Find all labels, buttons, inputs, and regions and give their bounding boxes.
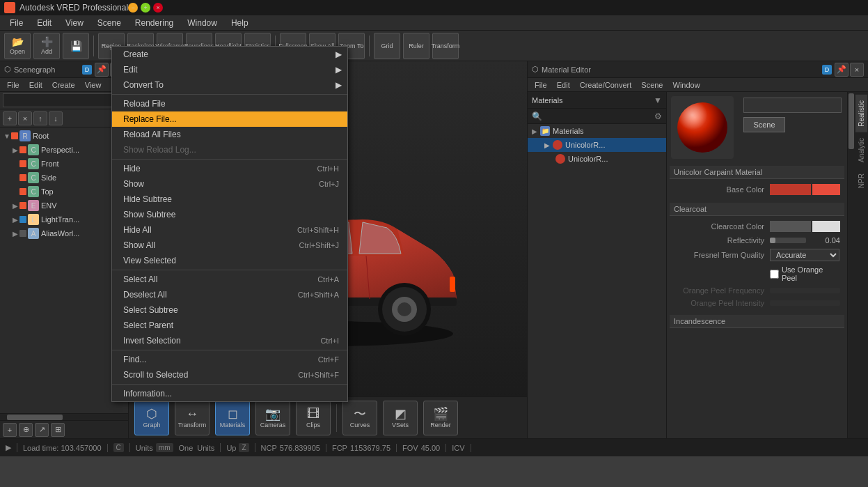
sg-menu-edit[interactable]: Edit: [25, 80, 47, 90]
vp-clips-btn[interactable]: 🎞 Clips: [296, 401, 331, 435]
menu-hide[interactable]: Hide Ctrl+H: [112, 161, 347, 176]
minimize-button[interactable]: −: [128, 3, 138, 13]
reflectivity-slider[interactable]: [770, 238, 806, 243]
menu-hide-all[interactable]: Hide All Ctrl+Shift+H: [112, 222, 347, 238]
sg-add-btn[interactable]: +: [3, 111, 17, 125]
vp-render-btn[interactable]: 🎬 Render: [423, 401, 458, 435]
menu-rendering[interactable]: Rendering: [128, 17, 180, 29]
vp-cameras-btn[interactable]: 📷 Cameras: [255, 401, 290, 435]
vp-materials-btn[interactable]: ◻ Materials: [215, 401, 250, 435]
menu-reload-file[interactable]: Reload File: [112, 96, 347, 111]
mat-tree-unicolor2[interactable]: UnicolorR...: [528, 152, 666, 166]
tree-item-side[interactable]: C Side: [0, 171, 128, 185]
vp-vsets-btn[interactable]: ◩ VSets: [383, 401, 418, 435]
menu-invert-selection[interactable]: Invert Selection Ctrl+I: [112, 333, 347, 348]
mat-scroll-thumb[interactable]: [849, 93, 854, 149]
menu-view-selected[interactable]: View Selected: [112, 253, 347, 268]
sg-bottom-btn1[interactable]: +: [3, 423, 17, 437]
menu-find[interactable]: Find... Ctrl+F: [112, 352, 347, 367]
fresnel-dropdown[interactable]: Accurate Fast: [770, 249, 839, 261]
menu-information[interactable]: Information...: [112, 386, 347, 401]
sg-remove-btn[interactable]: ×: [18, 111, 32, 125]
menu-reload-all[interactable]: Reload All Files: [112, 127, 347, 142]
materials-dropdown[interactable]: Materials ▼: [528, 92, 666, 109]
sg-bottom-btn4[interactable]: ⊞: [51, 423, 65, 437]
clearcoat-swatch-white[interactable]: [812, 221, 840, 232]
clearcoat-swatch-dark[interactable]: [770, 221, 811, 232]
menu-show-all[interactable]: Show All Ctrl+Shift+J: [112, 238, 347, 253]
tree-item-front[interactable]: C Front: [0, 157, 128, 171]
tree-item-root[interactable]: ▼ R Root: [0, 129, 128, 143]
menu-select-parent[interactable]: Select Parent: [112, 318, 347, 333]
menu-create[interactable]: Create ▶: [112, 47, 347, 62]
mat-menu-file[interactable]: File: [530, 80, 551, 90]
mat-tree-materials[interactable]: ▶ 📁 Materials: [528, 124, 666, 138]
scenegraph-pin[interactable]: 📌: [95, 63, 109, 77]
mat-tree-unicolor1[interactable]: ▶ UnicolorR...: [528, 138, 666, 152]
vp-graph-btn[interactable]: ⬡ Graph: [134, 401, 169, 435]
vp-transform-btn[interactable]: ↔ Transform: [175, 401, 210, 435]
menu-window[interactable]: Window: [180, 17, 224, 29]
save-button[interactable]: 💾: [63, 33, 89, 59]
material-name-input[interactable]: UnicolorPaintMaterial5: [743, 98, 842, 113]
tab-analytic[interactable]: Analytic: [855, 132, 867, 168]
sg-bottom-btn3[interactable]: ↗: [35, 423, 49, 437]
scenegraph-scrollbar-h[interactable]: [0, 413, 128, 420]
mat-menu-edit[interactable]: Edit: [553, 80, 574, 90]
menu-edit-sub[interactable]: Edit ▶: [112, 62, 347, 77]
sg-menu-create[interactable]: Create: [48, 80, 79, 90]
material-scrollbar[interactable]: [847, 92, 854, 438]
sg-menu-file[interactable]: File: [3, 80, 24, 90]
menu-help[interactable]: Help: [224, 17, 255, 29]
scenegraph-search-input[interactable]: [3, 93, 125, 107]
base-color-solid[interactable]: [812, 184, 840, 195]
mat-close-btn[interactable]: ×: [850, 63, 864, 77]
grid-button[interactable]: Grid: [374, 33, 400, 59]
base-color-swatch[interactable]: [770, 184, 840, 195]
menu-scene[interactable]: Scene: [90, 17, 128, 29]
menu-scroll-to-selected[interactable]: Scroll to Selected Ctrl+Shift+F: [112, 367, 347, 382]
menu-view[interactable]: View: [58, 17, 90, 29]
mat-pin-btn[interactable]: 📌: [835, 63, 849, 77]
tree-icon-light: L: [28, 214, 39, 225]
tree-item-top[interactable]: C Top: [0, 185, 128, 199]
transform-button[interactable]: Transform: [432, 33, 459, 59]
tree-item-env[interactable]: ▶ E ENV: [0, 199, 128, 212]
tab-realistic[interactable]: Realistic: [855, 95, 867, 132]
menu-edit[interactable]: Edit: [30, 17, 58, 29]
tree-item-alias[interactable]: ▶ A AliasWorl...: [0, 226, 128, 240]
menu-select-all[interactable]: Select All Ctrl+A: [112, 272, 347, 287]
clearcoat-color-swatch[interactable]: [770, 221, 840, 232]
menu-deselect-all[interactable]: Deselect All Ctrl+Shift+A: [112, 287, 347, 302]
menu-show-subtree[interactable]: Show Subtree: [112, 207, 347, 222]
tree-item-persp[interactable]: ▶ C Perspecti...: [0, 143, 128, 157]
menu-replace-file[interactable]: Replace File...: [112, 111, 347, 127]
maximize-button[interactable]: +: [141, 3, 150, 13]
ruler-button[interactable]: Ruler: [403, 33, 429, 59]
mat-menu-window[interactable]: Window: [669, 80, 704, 90]
add-button[interactable]: ➕ Add: [33, 33, 60, 59]
orange-peel-checkbox[interactable]: [770, 270, 779, 279]
scene-button[interactable]: Scene: [743, 117, 785, 132]
sg-menu-view[interactable]: View: [81, 80, 106, 90]
open-button[interactable]: 📂 Open: [4, 33, 31, 59]
tab-npr[interactable]: NPR: [855, 168, 867, 194]
sg-move-btn[interactable]: ↑: [33, 111, 47, 125]
menu-hide-subtree[interactable]: Hide Subtree: [112, 192, 347, 207]
sg-bottom-btn2[interactable]: ⊕: [19, 423, 33, 437]
menu-select-subtree[interactable]: Select Subtree: [112, 302, 347, 318]
menu-convert-to[interactable]: Convert To ▶: [112, 77, 347, 93]
materials-search-input[interactable]: [545, 112, 652, 121]
base-color-main[interactable]: [770, 184, 811, 195]
mat-menu-create[interactable]: Create/Convert: [576, 80, 636, 90]
menu-file[interactable]: File: [3, 17, 30, 29]
scroll-thumb-h[interactable]: [7, 415, 63, 420]
sg-move2-btn[interactable]: ↓: [49, 111, 63, 125]
tree-item-light[interactable]: ▶ L LightTran...: [0, 212, 128, 226]
close-button[interactable]: ×: [153, 3, 163, 13]
mat-icon-unicolor2: [555, 154, 565, 164]
mat-menu-scene[interactable]: Scene: [637, 80, 667, 90]
vp-curves-btn[interactable]: 〜 Curves: [342, 401, 377, 435]
window-controls[interactable]: − + ×: [128, 3, 163, 13]
menu-show[interactable]: Show Ctrl+J: [112, 176, 347, 192]
